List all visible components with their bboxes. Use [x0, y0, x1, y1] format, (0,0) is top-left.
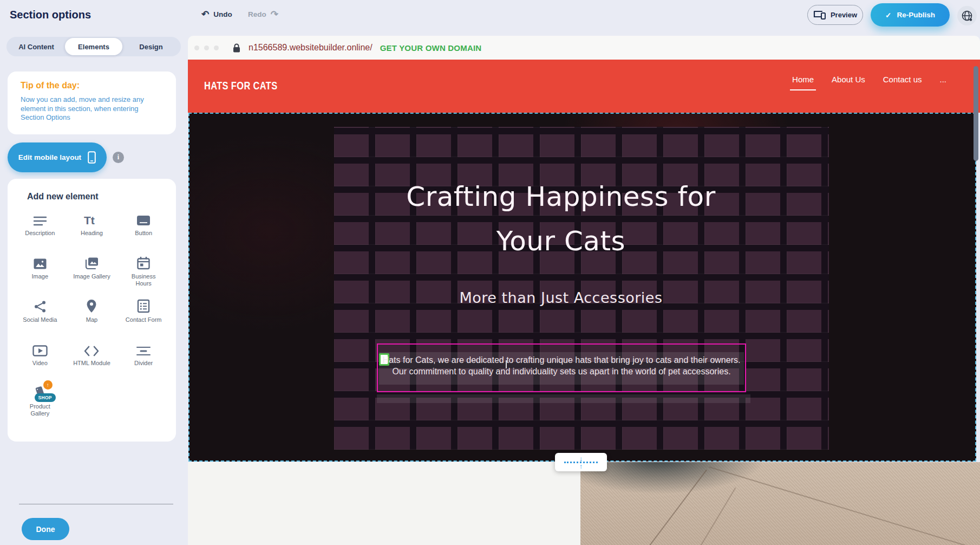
tip-title: Tip of the day:	[21, 81, 162, 90]
add-element-panel: Add new element Description Tt Heading	[8, 179, 176, 442]
site-logo[interactable]: HATS FOR CATS	[204, 79, 278, 92]
element-button[interactable]: Button	[117, 211, 169, 246]
hero-subheading[interactable]: More than Just Accessories	[377, 289, 745, 306]
element-html-module[interactable]: HTML Module	[66, 341, 118, 376]
element-label: Image Gallery	[73, 273, 110, 280]
section-options-panel: Section options AI Content Elements Desi…	[0, 0, 188, 545]
app-window: Section options AI Content Elements Desi…	[0, 0, 980, 545]
element-label: Divider	[134, 360, 153, 367]
element-business-hours[interactable]: Business Hours	[117, 255, 169, 289]
product-gallery-icon: ↑ SHOP	[33, 385, 47, 400]
element-divider[interactable]: Divider	[117, 341, 169, 376]
paving-seam	[699, 488, 736, 545]
tab-ai-content[interactable]: AI Content	[8, 38, 65, 55]
redo-icon: ↷	[271, 9, 278, 20]
form-icon	[137, 298, 150, 313]
scrollbar-thumb[interactable]	[974, 66, 978, 161]
shop-badge: SHOP	[35, 393, 56, 402]
calendar-icon	[136, 255, 151, 270]
browser-dots	[194, 46, 219, 50]
next-section-blank[interactable]	[188, 462, 580, 545]
element-grid: Description Tt Heading Button	[14, 211, 169, 419]
selected-text-element[interactable]: Hats for Cats, we are dedicated to craft…	[377, 343, 746, 392]
preview-label: Preview	[831, 11, 857, 19]
hero-paragraph[interactable]: Hats for Cats, we are dedicated to craft…	[382, 354, 741, 377]
arrow-down-icon: ↓	[579, 456, 583, 462]
element-label: Video	[32, 360, 48, 367]
paving-seam	[641, 470, 707, 545]
tab-elements[interactable]: Elements	[65, 38, 122, 55]
element-label: Social Media	[23, 316, 57, 323]
element-product-gallery[interactable]: ↑ SHOP Product Gallery	[14, 385, 66, 419]
preview-button[interactable]: Preview	[807, 5, 863, 25]
element-image[interactable]: Image	[14, 255, 66, 289]
edit-mobile-layout-button[interactable]: Edit mobile layout	[8, 142, 107, 172]
edit-mobile-label: Edit mobile layout	[18, 153, 81, 161]
element-heading[interactable]: Tt Heading	[66, 211, 118, 246]
element-image-gallery[interactable]: Image Gallery	[66, 255, 118, 289]
element-map[interactable]: Map	[66, 298, 118, 333]
globe-language-button[interactable]	[957, 6, 977, 25]
element-contact-form[interactable]: Contact Form	[117, 298, 169, 333]
undo-label: Undo	[213, 10, 232, 18]
devices-icon	[813, 10, 826, 20]
code-icon	[84, 341, 99, 356]
nav-about-us[interactable]: About Us	[832, 75, 865, 84]
section-resize-handle[interactable]: ↓ ↑	[555, 453, 607, 471]
globe-icon	[961, 10, 973, 22]
page-title: Section options	[10, 9, 91, 21]
element-label: Contact Form	[126, 316, 162, 323]
tip-body: Now you can add, move and resize any ele…	[21, 95, 162, 122]
svg-text:Tt: Tt	[84, 214, 95, 226]
paving-seam	[709, 466, 980, 545]
checkmark-icon: ✓	[885, 11, 891, 20]
arrow-up-icon: ↑	[579, 463, 583, 469]
heading-text-icon: Tt	[83, 211, 100, 226]
lock-icon	[233, 43, 240, 53]
site-url[interactable]: n1566589.websitebuilder.online/	[249, 43, 373, 53]
element-label: Map	[86, 316, 97, 323]
nav-contact-us[interactable]: Contact us	[883, 75, 922, 84]
nav-more[interactable]: ...	[939, 75, 946, 84]
element-label: Business Hours	[124, 273, 163, 287]
hero-heading[interactable]: Crafting Happiness for Your Cats	[377, 174, 745, 263]
done-button[interactable]: Done	[22, 518, 69, 540]
image-icon	[33, 255, 47, 270]
element-social-media[interactable]: Social Media	[14, 298, 66, 333]
redo-label: Redo	[248, 10, 266, 18]
panel-tab-bar: AI Content Elements Design	[6, 37, 181, 56]
republish-label: Re-Publish	[897, 11, 935, 19]
text-cursor	[506, 360, 507, 368]
tab-design[interactable]: Design	[122, 38, 180, 55]
redo-button[interactable]: Redo ↷	[248, 9, 278, 20]
panel-divider	[19, 504, 173, 504]
element-description[interactable]: Description	[14, 211, 66, 246]
element-label: Heading	[81, 230, 103, 237]
upgrade-arrow-badge: ↑	[43, 380, 53, 390]
hero-section-selected[interactable]: Crafting Happiness for Your Cats More th…	[188, 113, 976, 462]
add-element-title: Add new element	[27, 192, 169, 202]
undo-button[interactable]: ↶ Undo	[201, 9, 232, 20]
element-label: HTML Module	[73, 360, 110, 367]
site-header: HATS FOR CATS Home About Us Contact us .…	[188, 60, 980, 113]
republish-button[interactable]: ✓ Re-Publish	[871, 3, 950, 27]
element-label: Button	[135, 230, 152, 237]
next-section-image[interactable]	[580, 462, 980, 545]
map-pin-icon	[86, 298, 97, 313]
undo-icon: ↶	[201, 9, 209, 20]
video-icon	[32, 341, 48, 356]
element-label: Image	[32, 273, 49, 280]
element-video[interactable]: Video	[14, 341, 66, 376]
description-lines-icon	[33, 211, 47, 226]
info-icon[interactable]: i	[113, 152, 124, 163]
get-domain-link[interactable]: GET YOUR OWN DOMAIN	[380, 43, 482, 53]
element-label: Product Gallery	[21, 403, 60, 417]
nav-home[interactable]: Home	[792, 75, 814, 84]
browser-bar: n1566589.websitebuilder.online/ GET YOUR…	[188, 36, 980, 60]
text-highlight-strip	[377, 394, 750, 403]
share-icon	[34, 298, 47, 313]
divider-icon	[136, 341, 151, 356]
phone-icon	[88, 151, 96, 164]
element-label: Description	[25, 230, 55, 237]
image-gallery-icon	[84, 255, 99, 270]
